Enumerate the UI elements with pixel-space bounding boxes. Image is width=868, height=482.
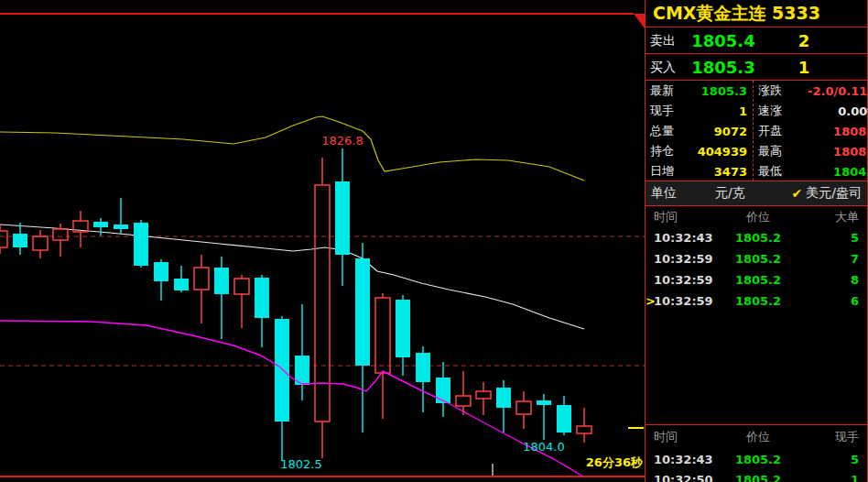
stat-value: 1804.0 [808, 165, 868, 179]
candle-body-down [436, 378, 450, 403]
candle-body-down [275, 319, 289, 422]
table-header-row: 时间价位现手 [646, 425, 867, 449]
candle-body-down [174, 279, 189, 290]
trade-time: 10:32:59 [654, 294, 725, 308]
trade-price: 1805.2 [725, 231, 791, 245]
stats-column-right: 涨跌-2.0/0.11%速涨0.00%开盘1808.1最高1808.7最低180… [754, 81, 868, 181]
col-header-time: 时间 [654, 209, 725, 225]
stat-label: 涨跌 [758, 82, 808, 99]
table-row: 10:32:501805.21 [646, 469, 867, 482]
stats-column-left: 最新1805.3现手1总量9072持仓404939日增3473 [646, 81, 754, 181]
trade-price: 1805.2 [725, 294, 791, 308]
symbol-title: CMX黄金主连 5333 [646, 0, 867, 27]
quote-panel: CMX黄金主连 5333 卖出 1805.4 2 买入 1805.3 1 最新1… [645, 0, 868, 482]
col-header-time: 时间 [654, 429, 725, 445]
stat-label: 日增 [650, 163, 700, 180]
candle-body-up [456, 396, 471, 406]
check-icon: ✔ [792, 186, 803, 201]
chart-price-label: 1804.0 [523, 440, 565, 454]
stat-row: 总量9072 [646, 121, 753, 141]
stat-label: 开盘 [758, 123, 808, 139]
candle-body-down [537, 400, 551, 405]
chart-price-label: 26分36秒 [586, 455, 643, 469]
candle-body-down [396, 300, 410, 357]
tick-table: 时间价位现手10:32:431805.2510:32:501805.21 [646, 424, 867, 482]
stat-label: 现手 [650, 103, 700, 119]
ask-row[interactable]: 卖出 1805.4 2 [646, 27, 867, 54]
stat-row: 速涨0.00% [754, 101, 868, 121]
trade-qty: 5 [791, 453, 859, 466]
trade-time: 10:32:50 [654, 473, 725, 482]
table-row: 10:32:431805.25 [646, 449, 867, 469]
candle-body-up [315, 185, 330, 422]
chart-price-label: 1826.8 [321, 134, 363, 148]
stat-label: 最高 [758, 143, 808, 159]
bid-row[interactable]: 买入 1805.3 1 [646, 54, 867, 81]
stat-value: 404939 [698, 145, 747, 159]
stat-value: 1808.7 [808, 145, 868, 159]
stat-value: 3473 [700, 165, 747, 179]
trade-qty: 1 [791, 473, 859, 482]
candle-body-down [93, 222, 108, 227]
candle-body-down [154, 262, 168, 281]
bid-price: 1805.3 [682, 54, 765, 81]
trade-price: 1805.2 [725, 453, 791, 466]
bid-label: 买入 [650, 54, 676, 81]
candle-body-down [355, 258, 370, 366]
unit-bar: 单位 元/克 ✔ 美元/盎司 [646, 181, 867, 206]
stat-label: 持仓 [650, 143, 698, 159]
candle-body-down [255, 278, 269, 318]
candle-body-up [234, 279, 249, 294]
stat-value: 9072 [700, 125, 747, 138]
stat-value: 1805.3 [700, 84, 747, 98]
table-row: 10:32:591805.28 [646, 269, 867, 290]
unit-option-cny[interactable]: 元/克 [715, 185, 745, 202]
stat-row: 最新1805.3 [646, 81, 753, 101]
col-header-price: 价位 [725, 209, 791, 225]
stat-row: 持仓404939 [646, 141, 753, 161]
table-row: 10:32:431805.25 [646, 227, 867, 248]
stat-row: 开盘1808.1 [754, 121, 868, 141]
lower-band-line [0, 321, 583, 477]
stat-value: 1808.1 [808, 125, 868, 138]
stat-row: 最低1804.0 [754, 161, 868, 181]
unit-option-usd[interactable]: 美元/盎司 [806, 185, 862, 202]
stat-label: 速涨 [758, 103, 808, 119]
candlestick-chart[interactable]: 1826.81802.51804.026分36秒 [0, 0, 646, 482]
candle-body-up [53, 229, 68, 240]
stat-label: 最新 [650, 82, 700, 99]
table-row: 10:32:591805.27 [646, 248, 867, 269]
top-line-arrow-icon [634, 14, 645, 28]
candle-body-down [557, 405, 571, 433]
col-header-qty: 现手 [791, 429, 859, 445]
candle-body-up [577, 426, 591, 433]
candle-body-up [516, 401, 531, 414]
price-chart-area[interactable]: 1826.81802.51804.026分36秒 [0, 0, 646, 482]
stat-label: 最低 [758, 163, 808, 180]
trade-qty: 5 [791, 231, 859, 245]
ask-qty: 2 [783, 27, 825, 54]
ask-price: 1805.4 [682, 27, 765, 54]
stat-value: 1 [700, 104, 747, 118]
trading-terminal: 1826.81802.51804.026分36秒 CMX黄金主连 5333 卖出… [0, 0, 868, 482]
candle-body-up [194, 268, 209, 290]
stat-row: 涨跌-2.0/0.11% [754, 81, 868, 101]
stat-row: 最高1808.7 [754, 141, 868, 161]
chart-price-label: 1802.5 [280, 457, 322, 471]
bid-qty: 1 [783, 54, 825, 81]
trade-qty: 7 [791, 252, 859, 266]
candle-body-down [134, 223, 148, 266]
stat-value: -2.0/0.11% [808, 84, 868, 98]
candle-body-down [13, 234, 27, 247]
trade-price: 1805.2 [725, 252, 791, 266]
trade-time: 10:32:59 [654, 273, 725, 287]
current-row-marker-icon: > [646, 290, 656, 312]
candle-body-up [33, 236, 48, 250]
candle-body-down [335, 181, 350, 255]
candle-body-up [0, 231, 7, 247]
candle-body-up [476, 391, 491, 399]
trade-time: 10:32:59 [654, 252, 725, 266]
trade-qty: 8 [791, 273, 859, 287]
stat-row: 日增3473 [646, 161, 753, 181]
table-row: >10:32:591805.26 [646, 290, 867, 312]
